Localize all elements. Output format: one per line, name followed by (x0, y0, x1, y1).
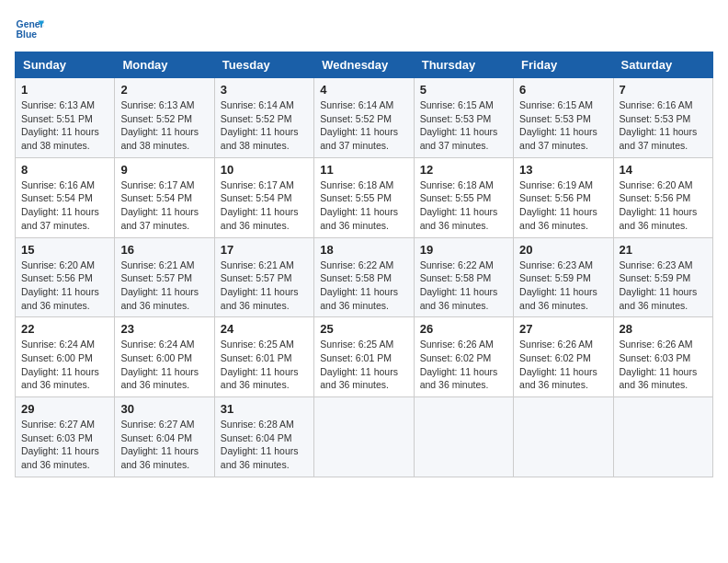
calendar-cell: 9Sunrise: 6:17 AMSunset: 5:54 PMDaylight… (115, 157, 214, 237)
cell-info-line: Sunrise: 6:18 AM (320, 178, 407, 192)
cell-info-line: and 36 minutes. (320, 299, 407, 313)
cell-info-line: and 36 minutes. (120, 458, 208, 472)
cell-info-line: Daylight: 11 hours (221, 444, 308, 458)
cell-info-line: Sunset: 6:00 PM (21, 351, 108, 365)
cell-info-line: Sunset: 5:54 PM (221, 191, 308, 205)
day-number: 1 (21, 83, 108, 97)
cell-info-line: and 37 minutes. (320, 139, 407, 153)
cell-info-line: Sunrise: 6:16 AM (21, 178, 108, 192)
cell-info-line: and 37 minutes. (519, 139, 607, 153)
cell-info-line: Sunrise: 6:26 AM (420, 338, 507, 351)
cell-info-line: Daylight: 11 hours (420, 205, 507, 219)
day-number: 23 (120, 322, 208, 336)
cell-info-line: and 38 minutes. (120, 139, 208, 153)
day-number: 13 (519, 163, 607, 177)
calendar-cell: 26Sunrise: 6:26 AMSunset: 6:02 PMDayligh… (414, 317, 513, 397)
calendar-week-row: 8Sunrise: 6:16 AMSunset: 5:54 PMDaylight… (16, 157, 713, 237)
cell-info-line: Daylight: 11 hours (120, 285, 208, 299)
cell-info-line: Sunrise: 6:16 AM (620, 98, 707, 112)
day-number: 17 (221, 243, 308, 257)
cell-info-line: Sunrise: 6:20 AM (620, 178, 707, 192)
cell-info-line: Sunset: 6:03 PM (620, 351, 707, 365)
day-number: 22 (21, 322, 108, 336)
calendar-cell: 15Sunrise: 6:20 AMSunset: 5:56 PMDayligh… (16, 237, 115, 317)
day-number: 25 (320, 322, 407, 336)
calendar-cell: 5Sunrise: 6:15 AMSunset: 5:53 PMDaylight… (414, 78, 513, 158)
cell-info-line: Daylight: 11 hours (620, 205, 707, 219)
calendar-cell (514, 397, 613, 477)
cell-info-line: Sunrise: 6:15 AM (519, 98, 607, 112)
cell-info-line: and 37 minutes. (620, 139, 707, 153)
cell-info-line: Daylight: 11 hours (420, 285, 507, 299)
cell-info-line: and 36 minutes. (221, 299, 308, 313)
cell-info-line: Sunset: 5:53 PM (519, 112, 607, 126)
cell-info-line: Sunset: 5:59 PM (519, 271, 607, 285)
day-number: 7 (620, 83, 707, 97)
calendar-cell: 27Sunrise: 6:26 AMSunset: 6:02 PMDayligh… (514, 317, 613, 397)
svg-text:Blue: Blue (17, 29, 38, 40)
cell-info-line: Daylight: 11 hours (21, 365, 108, 379)
cell-info-line: Sunrise: 6:28 AM (221, 418, 308, 431)
day-number: 27 (519, 322, 607, 336)
cell-info-line: and 37 minutes. (420, 139, 507, 153)
day-number: 31 (221, 402, 308, 416)
day-number: 4 (320, 83, 407, 97)
calendar-cell: 28Sunrise: 6:26 AMSunset: 6:03 PMDayligh… (613, 317, 712, 397)
calendar-cell: 16Sunrise: 6:21 AMSunset: 5:57 PMDayligh… (115, 237, 214, 317)
calendar-cell: 6Sunrise: 6:15 AMSunset: 5:53 PMDaylight… (514, 78, 613, 158)
col-header-monday: Monday (115, 52, 214, 78)
day-number: 18 (320, 243, 407, 257)
cell-info-line: Daylight: 11 hours (221, 285, 308, 299)
cell-info-line: Daylight: 11 hours (320, 205, 407, 219)
cell-info-line: Sunset: 6:04 PM (221, 431, 308, 445)
cell-info-line: Sunrise: 6:17 AM (120, 178, 208, 192)
cell-info-line: Sunset: 6:00 PM (120, 351, 208, 365)
calendar-cell: 29Sunrise: 6:27 AMSunset: 6:03 PMDayligh… (16, 397, 115, 477)
day-number: 15 (21, 243, 108, 257)
calendar-cell: 21Sunrise: 6:23 AMSunset: 5:59 PMDayligh… (613, 237, 712, 317)
calendar-cell: 2Sunrise: 6:13 AMSunset: 5:52 PMDaylight… (115, 78, 214, 158)
day-number: 24 (221, 322, 308, 336)
cell-info-line: Sunrise: 6:24 AM (120, 338, 208, 351)
calendar-cell: 1Sunrise: 6:13 AMSunset: 5:51 PMDaylight… (16, 78, 115, 158)
calendar-header-row: SundayMondayTuesdayWednesdayThursdayFrid… (16, 52, 713, 78)
calendar-cell: 20Sunrise: 6:23 AMSunset: 5:59 PMDayligh… (514, 237, 613, 317)
cell-info-line: Sunset: 5:56 PM (620, 191, 707, 205)
cell-info-line: Sunset: 6:01 PM (221, 351, 308, 365)
cell-info-line: Daylight: 11 hours (620, 125, 707, 139)
day-number: 21 (620, 243, 707, 257)
day-number: 6 (519, 83, 607, 97)
cell-info-line: Sunset: 5:57 PM (221, 271, 308, 285)
day-number: 26 (420, 322, 507, 336)
cell-info-line: and 36 minutes. (120, 299, 208, 313)
day-number: 10 (221, 163, 308, 177)
day-number: 29 (21, 402, 108, 416)
cell-info-line: Daylight: 11 hours (120, 205, 208, 219)
cell-info-line: Daylight: 11 hours (21, 125, 108, 139)
cell-info-line: Daylight: 11 hours (320, 285, 407, 299)
cell-info-line: Sunrise: 6:19 AM (519, 178, 607, 192)
cell-info-line: Daylight: 11 hours (320, 125, 407, 139)
cell-info-line: and 37 minutes. (120, 219, 208, 233)
cell-info-line: Sunset: 5:55 PM (320, 191, 407, 205)
day-number: 5 (420, 83, 507, 97)
logo: General Blue (15, 15, 44, 44)
calendar-cell: 11Sunrise: 6:18 AMSunset: 5:55 PMDayligh… (314, 157, 414, 237)
cell-info-line: Sunrise: 6:22 AM (320, 259, 407, 272)
day-number: 2 (120, 83, 208, 97)
day-number: 14 (620, 163, 707, 177)
cell-info-line: Sunset: 5:58 PM (320, 271, 407, 285)
cell-info-line: Sunset: 5:56 PM (21, 271, 108, 285)
calendar-cell: 30Sunrise: 6:27 AMSunset: 6:04 PMDayligh… (115, 397, 214, 477)
cell-info-line: and 36 minutes. (320, 219, 407, 233)
cell-info-line: Sunset: 5:52 PM (221, 112, 308, 126)
calendar-cell: 8Sunrise: 6:16 AMSunset: 5:54 PMDaylight… (16, 157, 115, 237)
cell-info-line: Sunset: 5:53 PM (420, 112, 507, 126)
cell-info-line: Sunrise: 6:14 AM (221, 98, 308, 112)
cell-info-line: Sunrise: 6:21 AM (120, 259, 208, 272)
calendar-cell: 13Sunrise: 6:19 AMSunset: 5:56 PMDayligh… (514, 157, 613, 237)
cell-info-line: Sunset: 5:56 PM (519, 191, 607, 205)
cell-info-line: Sunrise: 6:20 AM (21, 259, 108, 272)
calendar-cell: 10Sunrise: 6:17 AMSunset: 5:54 PMDayligh… (214, 157, 313, 237)
col-header-thursday: Thursday (414, 52, 513, 78)
